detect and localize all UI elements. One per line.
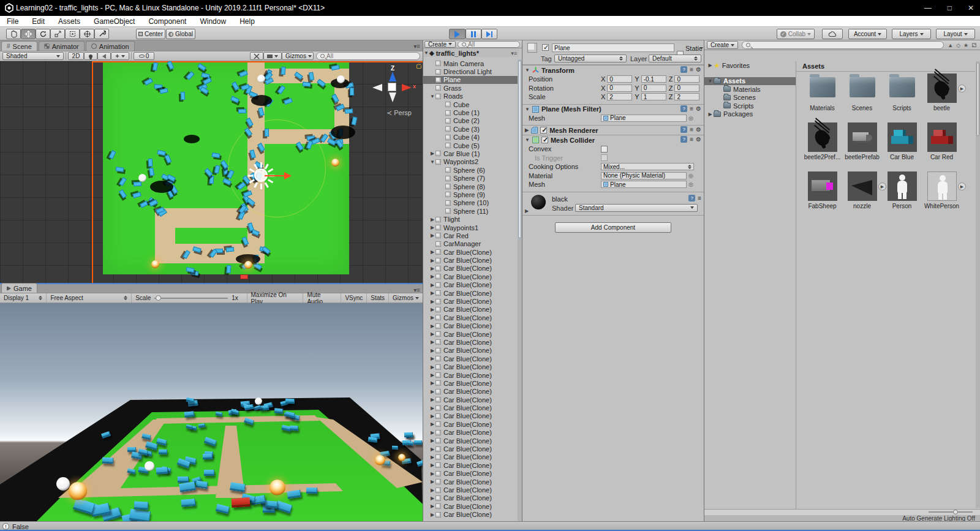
scene-gizmos-dropdown[interactable]: Gizmos	[282, 52, 314, 60]
mesh-renderer-checkbox[interactable]	[540, 127, 547, 134]
project-search-input[interactable]	[742, 41, 944, 49]
hierarchy-row[interactable]: Main Camera	[423, 59, 519, 67]
game-button-gizmos[interactable]: Gizmos	[388, 293, 423, 303]
hierarchy-row[interactable]: ▼Roads	[423, 92, 519, 100]
hierarchy-row[interactable]: Cube (4)	[423, 134, 519, 141]
game-viewport[interactable]	[0, 303, 423, 521]
hierarchy-row[interactable]: ▶Car Blue(Clone)	[423, 437, 519, 445]
scene-panel-menu-icon[interactable]: ▾≡	[413, 43, 420, 50]
asset-item-car-blue[interactable]: Car Blue	[882, 122, 922, 171]
pause-button[interactable]	[466, 29, 481, 39]
hierarchy-row[interactable]: ▶Car Blue(Clone)	[423, 273, 519, 281]
hierarchy-row[interactable]: Cube (2)	[423, 117, 519, 125]
chevron-right-icon[interactable]: ▶	[429, 397, 435, 402]
project-create-button[interactable]: Create	[707, 41, 738, 49]
hierarchy-create-button[interactable]: Create	[424, 41, 456, 48]
hierarchy-row[interactable]: ▶Car Blue(Clone)	[423, 256, 519, 264]
chevron-right-icon[interactable]: ▶	[429, 339, 435, 345]
project-scrollbar[interactable]	[976, 61, 980, 508]
scene-lighting-toggle[interactable]	[84, 52, 97, 60]
scale-slider[interactable]	[154, 298, 228, 299]
chevron-right-icon[interactable]: ▶	[429, 462, 435, 468]
game-button-stats[interactable]: Stats	[366, 293, 388, 303]
prefab-expand-badge[interactable]: ▶	[958, 85, 966, 92]
pan-tool-button[interactable]	[6, 29, 21, 39]
hierarchy-row[interactable]: ▶Car Blue(Clone)	[423, 297, 519, 305]
cooking-options-dropdown[interactable]: Mixed...	[601, 163, 694, 170]
scale-control[interactable]: Scale 1x	[131, 293, 246, 303]
hierarchy-row[interactable]: Cube (3)	[423, 125, 519, 133]
hierarchy-row[interactable]: ▶Car Blue(Clone)	[423, 404, 519, 412]
layer-dropdown[interactable]: Default	[649, 55, 701, 62]
asset-item-car-red[interactable]: Car Red	[922, 122, 962, 171]
chevron-right-icon[interactable]: ▶	[429, 512, 435, 518]
shader-dropdown[interactable]: Standard	[575, 204, 698, 212]
hierarchy-scrollbar[interactable]	[518, 59, 522, 521]
project-tree-item-assets[interactable]: ▼Assets	[704, 77, 796, 86]
move-tool-button[interactable]	[21, 29, 36, 39]
chevron-down-icon[interactable]: ▼	[429, 159, 435, 165]
hierarchy-row[interactable]: ▶Car Blue(Clone)	[423, 248, 519, 256]
rotation-x-field[interactable]: 0	[607, 85, 632, 92]
tab-game[interactable]: Game	[1, 283, 37, 293]
tab-scene[interactable]: # Scene	[1, 41, 37, 51]
hierarchy-row[interactable]: ▶Car Blue(Clone)	[423, 486, 519, 494]
search-by-label-icon[interactable]: ◇	[956, 42, 960, 48]
hierarchy-row[interactable]: ▶Car Blue (1)	[423, 149, 519, 157]
chevron-right-icon[interactable]: ▶	[429, 299, 435, 304]
asset-item-fabsheep[interactable]: FabSheep	[802, 171, 842, 220]
hierarchy-row[interactable]: ▶Tlight	[423, 215, 519, 223]
menu-window[interactable]: Window	[193, 16, 233, 27]
hierarchy-row[interactable]: ▶Car Blue(Clone)	[423, 306, 519, 314]
hierarchy-row[interactable]: ▶Car Blue(Clone)	[423, 388, 519, 396]
hierarchy-row[interactable]: Sphere (10)	[423, 199, 519, 207]
chevron-down-icon[interactable]: ▼	[525, 137, 530, 143]
project-tree-item-scripts[interactable]: Scripts	[704, 102, 796, 110]
mesh-renderer-header[interactable]: ▶ Mesh Renderer ?≡⚙	[522, 125, 704, 135]
chevron-right-icon[interactable]: ▶	[525, 127, 529, 133]
scene-audio-toggle[interactable]	[97, 52, 111, 60]
scene-tools-button[interactable]	[250, 52, 263, 60]
chevron-right-icon[interactable]: ▶	[707, 62, 714, 68]
chevron-right-icon[interactable]: ▶	[429, 290, 435, 296]
scene-effects-dropdown[interactable]	[111, 52, 129, 60]
hierarchy-row[interactable]: ▶Car Blue(Clone)	[423, 363, 519, 371]
rotation-y-field[interactable]: 0	[641, 85, 666, 92]
search-by-type-icon[interactable]: ▲	[948, 42, 953, 48]
hierarchy-row[interactable]: ▶Car Blue(Clone)	[423, 281, 519, 289]
tab-animation[interactable]: Animation	[86, 41, 135, 51]
hierarchy-row[interactable]: ▶Car Blue(Clone)	[423, 510, 519, 518]
asset-item-beetleprefab[interactable]: beetlePrefab	[842, 122, 882, 171]
maximize-button[interactable]: □	[948, 4, 952, 12]
favorite-search-icon[interactable]: ★	[963, 42, 968, 48]
hierarchy-row[interactable]: ▶Car Blue(Clone)	[423, 445, 519, 453]
pivot-toggle-button[interactable]: Center	[136, 29, 165, 39]
chevron-right-icon[interactable]: ▶	[429, 438, 435, 443]
chevron-right-icon[interactable]: ▶	[429, 471, 435, 476]
display-dropdown[interactable]: Display 1	[0, 293, 46, 303]
hierarchy-row[interactable]: ▶Car Blue(Clone)	[423, 470, 519, 478]
hierarchy-row[interactable]: ▶Car Blue(Clone)	[423, 379, 519, 387]
chevron-right-icon[interactable]: ▶	[429, 389, 435, 394]
preset-icon[interactable]: ≡	[690, 105, 693, 112]
axis-left-cone[interactable]	[372, 84, 382, 91]
chevron-down-icon[interactable]: ▼	[429, 94, 435, 99]
position-z-field[interactable]: 0	[674, 75, 699, 83]
preset-icon[interactable]: ≡	[690, 136, 693, 143]
custom-tool-button[interactable]	[94, 29, 109, 39]
hierarchy-row[interactable]: Sphere (9)	[423, 190, 519, 198]
asset-item-whiteperson[interactable]: ▶WhitePerson	[922, 171, 962, 220]
chevron-right-icon[interactable]: ▶	[429, 217, 435, 222]
static-dropdown-icon[interactable]	[699, 47, 703, 50]
name-field[interactable]: Plane	[552, 43, 674, 52]
hierarchy-row[interactable]: ▶Car Blue(Clone)	[423, 347, 519, 355]
chevron-right-icon[interactable]: ▶	[525, 208, 529, 214]
rotation-z-field[interactable]: 0	[674, 85, 699, 92]
hierarchy-row[interactable]: ▶Car Blue(Clone)	[423, 494, 519, 502]
object-picker-icon[interactable]: ◎	[688, 115, 693, 121]
convex-checkbox[interactable]	[601, 146, 608, 153]
project-tree-item-packages[interactable]: ▶Packages	[704, 110, 796, 119]
hierarchy-row[interactable]: ▶Car Blue(Clone)	[423, 396, 519, 404]
layout-button[interactable]: Layout	[936, 29, 975, 39]
chevron-down-icon[interactable]: ▼	[423, 50, 429, 56]
